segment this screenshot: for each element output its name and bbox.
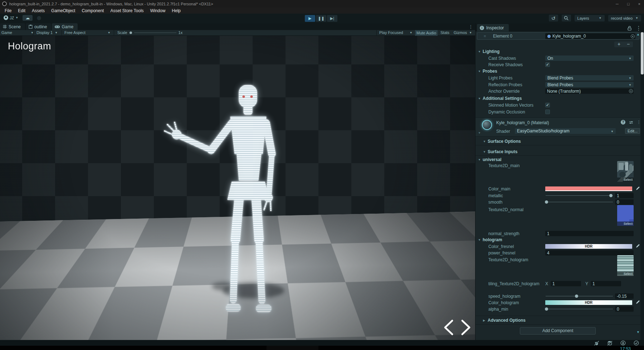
texture-select-button[interactable]: Select xyxy=(617,178,634,182)
metallic-slider[interactable] xyxy=(546,195,613,196)
pause-button[interactable]: ❚❚ xyxy=(316,15,326,22)
light-probes-dropdown[interactable]: Blend Probes ▼ xyxy=(545,75,634,81)
power-fresnel-field[interactable]: 4 xyxy=(545,250,634,256)
remove-element-button[interactable]: − xyxy=(624,42,633,47)
normal-strength-field[interactable]: 1 xyxy=(545,231,634,236)
surface-options-foldout[interactable]: ▼ Surface Options xyxy=(475,137,644,145)
scroll-up-icon[interactable]: ▲ xyxy=(636,33,640,36)
next-arrow-button[interactable] xyxy=(460,319,472,336)
eyedropper-icon[interactable] xyxy=(636,244,640,249)
scale-slider-knob[interactable] xyxy=(130,31,132,34)
reflection-probes-dropdown[interactable]: Blend Probes ▼ xyxy=(545,82,634,87)
advanced-options-foldout[interactable]: ▶ Advanced Options xyxy=(475,318,640,324)
texture-select-button[interactable]: Select xyxy=(617,272,634,276)
lock-icon[interactable] xyxy=(628,26,631,30)
metallic-value-field[interactable]: 1 xyxy=(615,193,634,198)
object-picker-icon[interactable] xyxy=(631,34,635,38)
color-fresnel-swatch[interactable]: HDR xyxy=(545,244,632,249)
menu-asset-store-tools[interactable]: Asset Store Tools xyxy=(107,8,147,13)
scale-slider[interactable]: Scale 1x xyxy=(117,30,182,35)
prev-arrow-button[interactable] xyxy=(443,319,454,336)
collab-icon[interactable] xyxy=(620,340,626,346)
shader-edit-button[interactable]: Edit... xyxy=(625,128,640,134)
inspector-scrollbar[interactable] xyxy=(640,31,644,340)
search-button[interactable] xyxy=(562,15,571,21)
account-dropdown[interactable]: JZ ▼ xyxy=(2,15,20,21)
tiling-x-field[interactable]: 1 xyxy=(551,281,581,286)
texture-normal-thumbnail[interactable]: Select xyxy=(617,205,634,226)
menu-help[interactable]: Help xyxy=(169,8,184,13)
tab-inspector[interactable]: i Inspector xyxy=(477,24,509,31)
additional-settings-foldout[interactable]: ▼ Additional Settings xyxy=(475,96,640,102)
step-button[interactable]: ▶| xyxy=(327,15,337,22)
speed-hologram-value-field[interactable]: -0.15 xyxy=(615,293,634,299)
close-button[interactable]: × xyxy=(638,2,640,6)
tiling-y-field[interactable]: 1 xyxy=(591,281,621,286)
game-mode-dropdown[interactable]: Game▼ xyxy=(1,30,34,35)
lighting-foldout[interactable]: ▼ Lighting xyxy=(475,49,640,55)
receive-shadows-checkbox[interactable]: ✓ xyxy=(545,62,550,67)
chevron-down-icon: ▼ xyxy=(108,31,111,34)
mute-audio-toggle[interactable]: Mute Audio xyxy=(415,30,438,36)
menu-assets[interactable]: Assets xyxy=(29,8,48,13)
anchor-override-field[interactable]: None (Transform) xyxy=(545,88,634,94)
cache-disabled-icon[interactable] xyxy=(607,341,613,346)
cast-shadows-dropdown[interactable]: On ▼ xyxy=(545,55,634,61)
menu-edit[interactable]: Edit xyxy=(15,8,29,13)
hologram-foldout[interactable]: ▼ hologram xyxy=(475,237,640,243)
drag-handle-icon[interactable]: = xyxy=(484,34,486,38)
inspector-scrollbar-thumb[interactable] xyxy=(641,32,644,74)
play-focused-dropdown[interactable]: Play Focused▼ xyxy=(379,30,413,35)
alpha-min-slider[interactable] xyxy=(546,309,613,309)
presets-icon[interactable] xyxy=(629,120,633,125)
eyedropper-icon[interactable] xyxy=(636,300,640,305)
tabstrip-menu-icon[interactable]: ⋮ xyxy=(469,24,473,29)
texture-select-button[interactable]: Select xyxy=(617,222,634,226)
surface-inputs-foldout[interactable]: ▼ Surface Inputs xyxy=(475,148,644,156)
layers-dropdown[interactable]: Layers ▼ xyxy=(575,15,605,21)
maximize-button[interactable]: □ xyxy=(627,2,630,6)
texture-main-thumbnail[interactable]: Select xyxy=(617,161,634,182)
skinned-motion-vectors-checkbox[interactable]: ✓ xyxy=(545,103,550,107)
gizmos-dropdown[interactable]: Gizmos▼ xyxy=(454,30,472,35)
scroll-down-icon[interactable]: ▼ xyxy=(636,330,640,334)
minimize-button[interactable]: ─ xyxy=(616,2,619,6)
tab-scene[interactable]: Scene xyxy=(0,23,25,30)
eyedropper-icon[interactable] xyxy=(636,186,640,191)
add-component-button[interactable]: Add Component xyxy=(520,327,596,335)
stats-toggle[interactable]: Stats xyxy=(440,30,449,35)
cloud-button[interactable]: ☁ xyxy=(23,15,33,21)
undo-history-button[interactable]: ↺ xyxy=(549,15,558,21)
menu-file[interactable]: File xyxy=(1,8,15,13)
layout-dropdown[interactable]: record video ▼ xyxy=(608,15,641,21)
display-dropdown[interactable]: Display 1▼ xyxy=(36,30,58,35)
smooth-value-field[interactable]: 0 xyxy=(615,199,634,205)
color-hologram-swatch[interactable]: HDR xyxy=(545,300,632,305)
menu-component[interactable]: Component xyxy=(78,8,107,13)
aspect-dropdown[interactable]: Free Aspect▼ xyxy=(64,30,111,35)
add-element-button[interactable]: + xyxy=(614,42,624,47)
menu-window[interactable]: Window xyxy=(147,8,169,13)
tab-game[interactable]: Game xyxy=(52,23,78,30)
color-main-swatch[interactable] xyxy=(545,186,632,191)
element-object-field[interactable]: Kyle_hologram_0 xyxy=(545,33,635,39)
dynamic-occlusion-checkbox[interactable] xyxy=(545,110,550,114)
universal-foldout[interactable]: ▼ universal xyxy=(475,157,640,163)
object-picker-icon[interactable] xyxy=(629,89,633,93)
foldout-arrow-icon[interactable]: ▼ xyxy=(478,131,481,135)
speed-hologram-slider[interactable] xyxy=(546,296,613,296)
services-button[interactable]: ◎ xyxy=(35,15,42,21)
alpha-min-value-field[interactable]: 0 xyxy=(615,306,634,312)
menu-gameobject[interactable]: GameObject xyxy=(48,8,78,13)
element-row[interactable]: = Element 0 Kyle_hologram_0 xyxy=(477,32,639,40)
tab-outline[interactable]: outline xyxy=(26,23,51,30)
inspector-menu-icon[interactable]: ⋮ xyxy=(636,25,641,31)
check-status-icon[interactable] xyxy=(634,340,639,346)
help-icon[interactable]: ? xyxy=(621,120,625,125)
shader-dropdown[interactable]: EasyGameStudio/hologram ▼ xyxy=(515,128,616,134)
probes-foldout[interactable]: ▼ Probes xyxy=(475,69,640,74)
play-button[interactable]: ▶ xyxy=(305,15,315,22)
smooth-slider[interactable] xyxy=(546,202,613,202)
texture-hologram-thumbnail[interactable]: Select xyxy=(617,255,634,276)
debugger-disabled-icon[interactable] xyxy=(594,341,599,346)
